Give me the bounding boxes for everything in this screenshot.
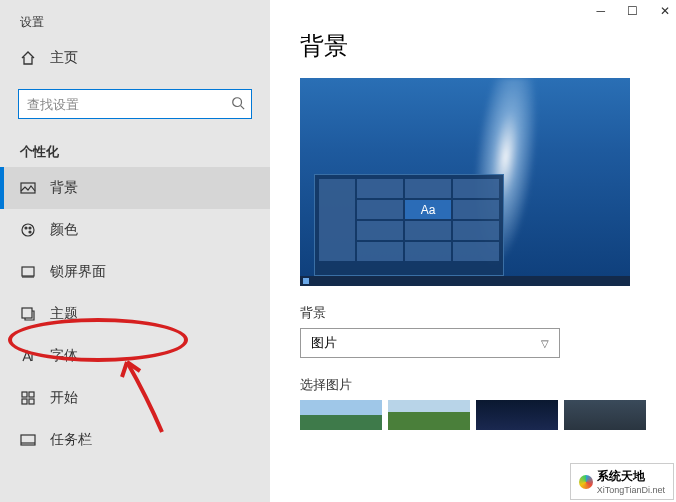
minimize-button[interactable]: ─ [596,4,605,18]
taskbar-icon [20,432,36,448]
nav-item-start[interactable]: 开始 [0,377,270,419]
svg-point-0 [233,98,242,107]
chevron-down-icon: ▽ [541,338,549,349]
svg-point-2 [22,224,34,236]
themes-icon [20,306,36,322]
search-input[interactable] [18,89,252,119]
nav-item-colors[interactable]: 颜色 [0,209,270,251]
lockscreen-icon [20,264,36,280]
nav-item-fonts[interactable]: 字体 [0,335,270,377]
start-icon [20,390,36,406]
svg-rect-11 [29,399,34,404]
nav-label: 背景 [50,179,78,197]
svg-point-4 [29,227,31,229]
choose-picture-label: 选择图片 [300,376,646,394]
home-label: 主页 [50,49,78,67]
preview-start-button [303,278,309,284]
desktop-preview: Aa [300,78,630,286]
thumbnail[interactable] [388,400,470,430]
home-icon [20,50,36,66]
watermark-name: 系统天地 [597,468,665,485]
svg-point-3 [25,227,27,229]
settings-sidebar: 设置 主页 个性化 背景 颜色 锁屏界面 主题 字体 开始 任 [0,0,270,502]
nav-item-themes[interactable]: 主题 [0,293,270,335]
thumbnail[interactable] [300,400,382,430]
background-type-dropdown[interactable]: 图片 ▽ [300,328,560,358]
dropdown-value: 图片 [311,334,337,352]
svg-rect-7 [22,308,32,318]
nav-label: 颜色 [50,221,78,239]
nav-item-background[interactable]: 背景 [0,167,270,209]
app-title: 设置 [0,8,270,37]
preview-start-menu: Aa [314,174,504,276]
preview-sample-text: Aa [405,200,451,219]
main-panel: ─ ☐ ✕ 背景 Aa 背景 图片 ▽ 选择图片 [270,0,676,502]
nav-item-taskbar[interactable]: 任务栏 [0,419,270,461]
svg-rect-9 [29,392,34,397]
palette-icon [20,222,36,238]
page-heading: 背景 [300,30,646,62]
window-controls: ─ ☐ ✕ [596,4,670,18]
svg-rect-6 [22,267,34,276]
picture-thumbnails [300,400,646,430]
maximize-button[interactable]: ☐ [627,4,638,18]
picture-icon [20,180,36,196]
sidebar-home[interactable]: 主页 [0,37,270,79]
background-field-label: 背景 [300,304,646,322]
section-label-personalization: 个性化 [0,133,270,167]
search-wrapper [18,89,252,119]
fonts-icon [20,348,36,364]
preview-taskbar [300,276,630,286]
nav-label: 开始 [50,389,78,407]
thumbnail[interactable] [476,400,558,430]
nav-label: 主题 [50,305,78,323]
watermark-logo-icon [579,475,593,489]
svg-rect-10 [22,399,27,404]
watermark: 系统天地 XiTongTianDi.net [570,463,674,500]
close-button[interactable]: ✕ [660,4,670,18]
search-icon [231,96,245,114]
svg-point-5 [29,231,31,233]
nav-label: 任务栏 [50,431,92,449]
nav-label: 锁屏界面 [50,263,106,281]
svg-rect-8 [22,392,27,397]
preview-tiles: Aa [319,179,499,261]
nav-label: 字体 [50,347,78,365]
thumbnail[interactable] [564,400,646,430]
nav-item-lockscreen[interactable]: 锁屏界面 [0,251,270,293]
watermark-url: XiTongTianDi.net [597,485,665,495]
